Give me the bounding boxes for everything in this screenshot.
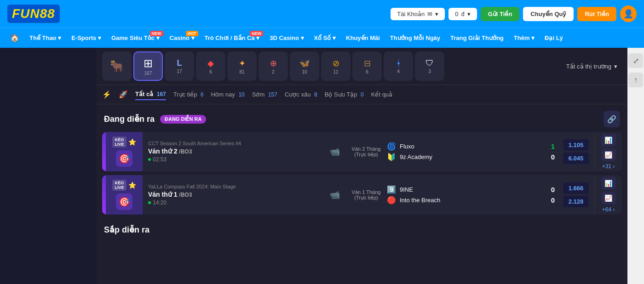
game-icon-lol[interactable]: L 17	[165, 51, 194, 81]
nav-label-the-thao: Thể Thao ▾	[29, 34, 61, 41]
lightning-filter-icon[interactable]: ⚡	[102, 90, 111, 99]
team-name-9ine: 9INE	[400, 186, 545, 193]
fluxo-icon: 🌀	[387, 142, 396, 151]
game-icon-shield[interactable]: 🛡 3	[415, 51, 444, 81]
tab-ket-qua[interactable]: Kết quả	[371, 89, 392, 100]
game-icon-bull[interactable]: 🐂	[102, 51, 132, 81]
star-icon-2[interactable]: ⭐	[128, 182, 136, 189]
game-icons-row: 🐂 ⊞ 167 L 17 ◆ 6 ✦ 81 ⊕ 2 �	[97, 48, 627, 85]
chart-icon-1[interactable]: 📊	[601, 134, 616, 147]
nav-home[interactable]: 🏠	[6, 31, 24, 45]
match-teams-2: 9️⃣ 9INE 0 🔴 Into the Breach 0	[387, 175, 558, 215]
tab-truc-tiep[interactable]: Trực tiếp 6	[173, 89, 204, 100]
match-card-1: KÈOLIVE ⭐ 🎯 CCT Season 2 South American …	[102, 132, 622, 171]
gui-tien-button[interactable]: Gửi Tiền	[481, 7, 520, 21]
nav-3d-casino[interactable]: 3D Casino ▾	[265, 32, 308, 44]
balance-dropdown[interactable]: 0 đ ▾	[448, 8, 477, 20]
game-icon-butterfly[interactable]: 🦋 10	[290, 51, 319, 81]
team-row-breach: 🔴 Into the Breach 0	[387, 196, 558, 204]
game-icon-cs[interactable]: ✦ 81	[227, 51, 257, 81]
nav-bar: 🏠 Thể Thao ▾ E-Sports ▾ NEW Game Siêu Tố…	[0, 28, 644, 48]
nav-label-dai-ly: Đại Lý	[545, 34, 563, 41]
team-name-9z: 9z Academy	[400, 153, 545, 160]
home-icon: 🏠	[10, 34, 19, 42]
game-icon-rl[interactable]: ⍿ 4	[384, 51, 413, 81]
nav-them[interactable]: Thêm ▾	[509, 32, 539, 44]
game-icon-dota[interactable]: ◆ 6	[196, 51, 225, 81]
account-dropdown[interactable]: Tài Khoản ✉ ▾	[391, 8, 445, 20]
odd-fluxo[interactable]: 1.105	[563, 139, 589, 151]
match-info-center-1: Ván 2 Tháng(Trực tiếp)	[345, 132, 387, 171]
market-all-button[interactable]: Tất cả thị trường ▾	[562, 60, 622, 73]
game-icon-count-lol: 17	[177, 69, 182, 74]
match-left-bar-2	[102, 175, 106, 215]
chevron-down-icon-2: ▾	[467, 11, 471, 17]
stream-icon-2[interactable]: 📹	[324, 175, 345, 215]
nav-label-3d: 3D Casino ▾	[270, 34, 304, 41]
bull-icon: 🐂	[110, 60, 124, 73]
nav-dai-ly[interactable]: Đại Lý	[540, 32, 568, 44]
nav-game-sieu-toc[interactable]: NEW Game Siêu Tốc ▾	[107, 32, 164, 44]
game-icon-all[interactable]: ⊞ 167	[133, 51, 163, 81]
chuyen-quy-button[interactable]: Chuyển Quỹ	[523, 7, 574, 21]
mail-icon: ✉	[427, 11, 432, 17]
team-score-9ine: 0	[548, 186, 558, 193]
stream-icon-1[interactable]: 📹	[324, 132, 345, 171]
stats-icon-1[interactable]: 📈	[601, 148, 616, 161]
nav-thuong-moi-ngay[interactable]: Thưởng Mỗi Ngày	[385, 32, 445, 44]
game-avatar-1: 🎯	[116, 150, 132, 167]
ow-icon: ⊘	[333, 58, 339, 68]
user-icon-button[interactable]: 👤	[620, 6, 637, 22]
keo-live-label-2: KÈOLIVE	[112, 180, 126, 191]
valo-icon: ⊕	[270, 58, 277, 68]
rut-tien-button[interactable]: Rút Tiền	[577, 7, 616, 21]
expand-button[interactable]: ⤢	[628, 53, 643, 68]
nav-tro-choi[interactable]: NEW Trò Chơi / Bắn Cá ▾	[200, 32, 264, 44]
team-name-breach: Into the Breach	[400, 197, 545, 204]
live-dot-1	[148, 158, 151, 161]
9ine-icon: 9️⃣	[387, 185, 396, 194]
game-icon-count-pubg: 6	[366, 69, 368, 74]
pubg-icon: ⊟	[364, 58, 371, 68]
scroll-up-button[interactable]: ↑	[628, 73, 643, 87]
more-count-1[interactable]: +31 ›	[602, 163, 615, 170]
stats-icon-2[interactable]: 📈	[601, 192, 616, 204]
tab-hom-nay[interactable]: Hôm nay 10	[211, 89, 245, 100]
live-badge: ĐANG DIỄN RA	[160, 115, 206, 124]
match-odds-2: 1.666 2.128	[558, 175, 594, 215]
nav-casino[interactable]: HOT Casino ▾	[165, 32, 199, 44]
tab-bo-suu-tap[interactable]: Bộ Sưu Tập 0	[325, 89, 364, 100]
tab-tat-ca[interactable]: Tất cả 167	[135, 89, 166, 100]
rocket-filter-icon[interactable]: 🚀	[119, 90, 128, 99]
chart-icon-2[interactable]: 📊	[601, 177, 616, 190]
live-dot-2	[148, 201, 151, 204]
match-more-1: 📊 📈 +31 ›	[594, 132, 622, 171]
nav-esports[interactable]: E-Sports ▾	[67, 32, 106, 44]
logo: FUN88	[7, 5, 60, 23]
tab-som[interactable]: Sớm 157	[252, 89, 277, 100]
odd-9ine[interactable]: 1.666	[563, 182, 589, 194]
9z-icon: 🔰	[387, 153, 396, 161]
odd-breach[interactable]: 2.128	[563, 196, 589, 207]
game-icon-valo[interactable]: ⊕ 2	[259, 51, 288, 81]
game-icon-pubg[interactable]: ⊟ 6	[352, 51, 382, 81]
arrow-up-icon: ↑	[634, 76, 638, 84]
nav-the-thao[interactable]: Thể Thao ▾	[25, 32, 66, 44]
butterfly-icon: 🦋	[299, 58, 310, 68]
game-icon-count-valo: 2	[272, 69, 275, 74]
section-link-button[interactable]: 🔗	[604, 111, 620, 127]
game-icon-count-all: 167	[144, 71, 152, 76]
match-left-bar-1	[102, 132, 106, 171]
star-icon-1[interactable]: ⭐	[128, 138, 136, 146]
game-icon-ow[interactable]: ⊘ 11	[321, 51, 351, 81]
nav-xo-so[interactable]: Xổ Số ▾	[310, 32, 341, 44]
odd-9z[interactable]: 6.045	[563, 153, 589, 164]
match-left-info-2: KÈOLIVE ⭐ 🎯	[106, 175, 143, 215]
more-count-2[interactable]: +64 ›	[602, 206, 615, 213]
tab-cuoc-xau[interactable]: Cược xâu 8	[285, 89, 317, 100]
nav-trang-giai-thuong[interactable]: Trang Giải Thưởng	[446, 32, 508, 44]
live-section-header: Đang diễn ra ĐANG DIỄN RA 🔗	[97, 104, 627, 132]
match-more-2: 📊 📈 +64 ›	[594, 175, 622, 215]
match-time-1: 02:53	[148, 156, 319, 163]
nav-khuyen-mai[interactable]: Khuyến Mãi	[341, 32, 385, 44]
